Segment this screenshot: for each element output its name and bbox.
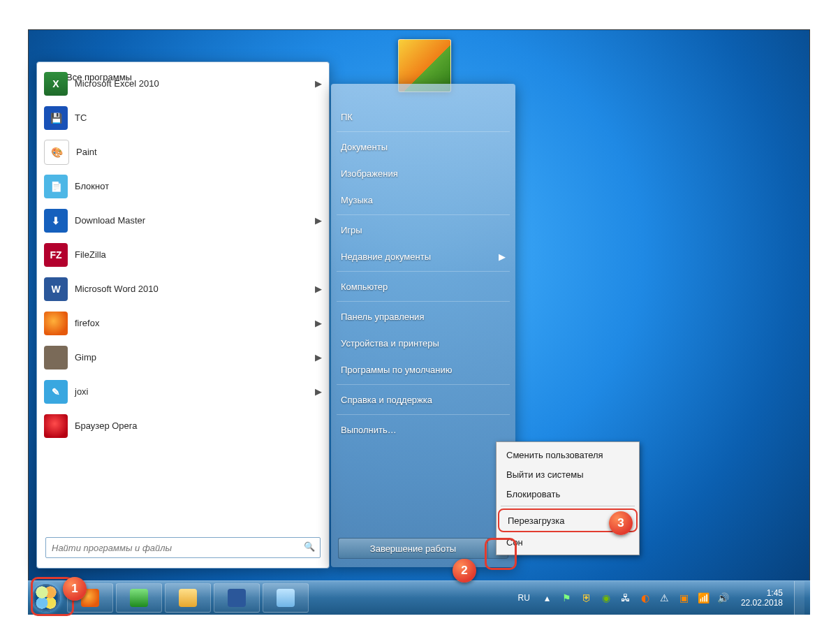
joxi-icon: ✎ <box>44 380 68 404</box>
right-item-label: Музыка <box>341 195 506 205</box>
program-label: Download Master <box>75 215 315 226</box>
program-item-dm[interactable]: ⬇Download Master▶ <box>40 203 326 237</box>
right-item-0[interactable]: ПК <box>331 103 515 130</box>
shutdown-option-1[interactable]: Выйти из системы <box>498 464 638 484</box>
right-item-5[interactable]: Недавние документы▶ <box>331 243 515 270</box>
right-item-label: Документы <box>341 142 506 152</box>
program-item-ff[interactable]: firefox▶ <box>40 306 326 340</box>
excel-icon: X <box>44 72 68 96</box>
shutdown-label: Завершение работы <box>370 543 456 554</box>
folder-icon <box>179 589 197 607</box>
program-item-note[interactable]: 📄Блокнот <box>40 169 326 203</box>
tray-nvidia-icon[interactable]: ◉ <box>600 592 612 604</box>
right-item-9[interactable]: Программы по умолчанию <box>331 356 515 383</box>
paint-icon: 🎨 <box>44 140 69 165</box>
taskbar: RU ▴ ⚑ ⛨ ◉ 🖧 ◐ ⚠ ▣ 📶 🔊 1:45 22.02.2018 <box>28 580 810 615</box>
program-item-joxi[interactable]: ✎joxi▶ <box>40 374 326 409</box>
separator <box>337 214 510 215</box>
right-item-label: Недавние документы <box>341 251 499 262</box>
shutdown-option-4[interactable]: Сон <box>498 532 638 552</box>
search-icon: 🔍 <box>304 541 315 552</box>
program-item-excel[interactable]: XMicrosoft Excel 2010▶ <box>40 66 326 101</box>
annotation-callout-1: 1 <box>63 577 87 601</box>
right-item-1[interactable]: Документы <box>331 133 515 160</box>
tray-network-icon[interactable]: 🖧 <box>619 592 632 604</box>
taskbar-item-preview[interactable] <box>263 583 309 613</box>
program-item-paint[interactable]: 🎨Paint <box>40 135 326 169</box>
show-desktop-button[interactable] <box>794 581 804 615</box>
right-item-label: Выполнить… <box>341 425 506 435</box>
right-item-label: Устройства и принтеры <box>341 338 506 349</box>
right-item-10[interactable]: Справка и поддержка <box>331 386 515 413</box>
clock-date: 22.02.2018 <box>741 598 783 608</box>
shutdown-option-2[interactable]: Блокировать <box>498 484 638 504</box>
tray-wifi-icon[interactable]: 📶 <box>698 592 710 604</box>
search-input[interactable] <box>45 537 321 558</box>
taskbar-item-word[interactable] <box>214 583 260 613</box>
right-item-label: Игры <box>341 225 506 235</box>
program-label: joxi <box>75 386 315 397</box>
chevron-right-icon: ▶ <box>499 251 506 262</box>
dm-icon: ⬇ <box>44 209 68 233</box>
start-menu-left-panel: XMicrosoft Excel 2010▶💾TC🎨Paint📄Блокнот⬇… <box>36 61 330 569</box>
separator <box>337 301 510 302</box>
separator <box>337 384 510 385</box>
tray-action-icon[interactable]: ⚠ <box>659 592 671 604</box>
chevron-right-icon: ▶ <box>315 352 322 363</box>
shutdown-option-label: Сменить пользователя <box>506 450 603 460</box>
right-item-label: Панель управления <box>341 312 506 322</box>
shutdown-option-label: Выйти из системы <box>506 469 584 480</box>
separator <box>501 506 635 506</box>
chevron-right-icon: ▶ <box>315 386 322 397</box>
program-item-tc[interactable]: 💾TC <box>40 101 326 135</box>
tray-shield-icon[interactable]: ⛨ <box>580 592 593 604</box>
program-item-gimp[interactable]: Gimp▶ <box>40 340 326 374</box>
shutdown-submenu: Сменить пользователяВыйти из системыБлок… <box>496 441 640 555</box>
shutdown-option-0[interactable]: Сменить пользователя <box>498 445 638 464</box>
annotation-callout-3: 3 <box>609 511 633 535</box>
tray-volume-icon[interactable]: 🔊 <box>717 592 730 604</box>
right-item-11[interactable]: Выполнить… <box>331 416 515 443</box>
right-item-7[interactable]: Панель управления <box>331 303 515 330</box>
taskbar-item-monitor[interactable] <box>116 583 162 613</box>
program-label: TC <box>75 112 322 123</box>
tray-flag-icon[interactable]: ⚑ <box>561 592 573 604</box>
taskbar-item-explorer[interactable] <box>165 583 211 613</box>
start-menu-right-panel: ПКДокументыИзображенияМузыкаИгрыНедавние… <box>331 84 515 567</box>
program-label: Microsoft Word 2010 <box>75 284 315 294</box>
annotation-ring-shutdown-arrow <box>485 538 517 570</box>
right-item-3[interactable]: Музыка <box>331 186 515 213</box>
program-label: Блокнот <box>75 181 322 191</box>
monitor-icon <box>130 589 148 607</box>
right-item-label: Справка и поддержка <box>341 395 506 405</box>
clock-time: 1:45 <box>741 588 783 598</box>
tc-icon: 💾 <box>44 106 68 130</box>
language-indicator[interactable]: RU <box>518 593 530 603</box>
chevron-right-icon: ▶ <box>315 78 322 89</box>
shutdown-button[interactable]: Завершение работы <box>338 538 487 559</box>
right-item-6[interactable]: Компьютер <box>331 273 515 300</box>
system-tray: RU ▴ ⚑ ⛨ ◉ 🖧 ◐ ⚠ ▣ 📶 🔊 1:45 22.02.2018 <box>518 581 810 615</box>
right-item-2[interactable]: Изображения <box>331 160 515 186</box>
chevron-right-icon: ▶ <box>315 318 322 328</box>
tray-update-icon[interactable]: ◐ <box>639 592 652 604</box>
ff-icon <box>44 312 68 335</box>
shutdown-option-label: Блокировать <box>506 489 560 499</box>
program-item-fz[interactable]: FZFileZilla <box>40 237 326 272</box>
annotation-callout-2: 2 <box>453 559 476 583</box>
opera-icon <box>44 414 68 438</box>
right-item-label: Изображения <box>341 168 506 179</box>
right-item-4[interactable]: Игры <box>331 217 515 243</box>
tray-app-icon[interactable]: ▣ <box>678 592 691 604</box>
taskbar-clock[interactable]: 1:45 22.02.2018 <box>737 588 787 608</box>
tray-chevron-icon[interactable]: ▴ <box>541 592 554 604</box>
right-item-label: ПК <box>341 112 506 122</box>
program-item-word[interactable]: WMicrosoft Word 2010▶ <box>40 272 326 306</box>
program-item-opera[interactable]: Браузер Opera <box>40 409 326 443</box>
program-label: Microsoft Excel 2010 <box>75 78 315 89</box>
window-icon <box>277 589 295 607</box>
shutdown-option-label: Перезагрузка <box>508 515 564 526</box>
word-icon <box>228 589 246 607</box>
right-item-8[interactable]: Устройства и принтеры <box>331 330 515 356</box>
word-icon: W <box>44 277 68 301</box>
